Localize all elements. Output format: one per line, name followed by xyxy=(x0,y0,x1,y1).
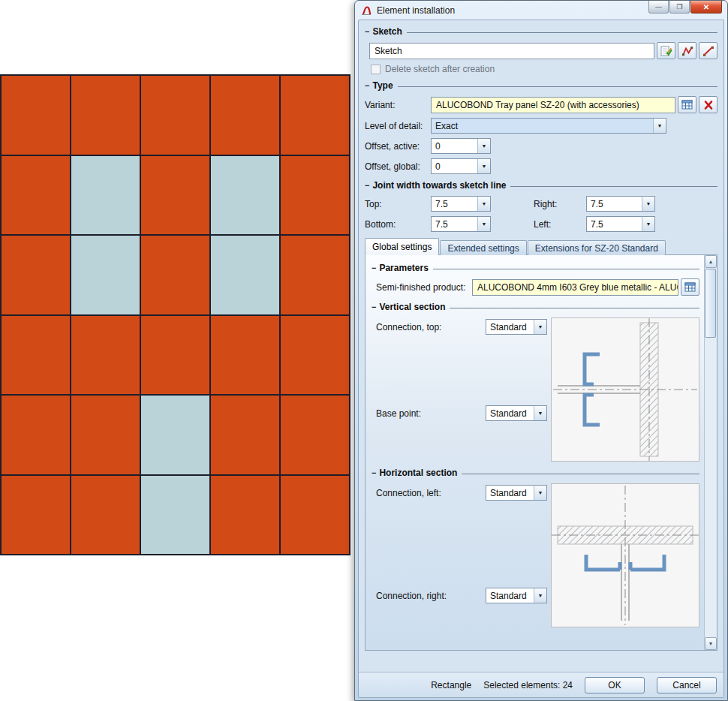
chevron-down-icon: ▼ xyxy=(477,217,490,231)
facade-panel-selected[interactable] xyxy=(281,236,349,314)
collapse-icon[interactable]: − xyxy=(365,28,369,35)
collapse-icon[interactable]: − xyxy=(365,82,369,89)
joint-bottom-combo[interactable]: 7.5 ▼ xyxy=(431,216,491,232)
connection-left-combo[interactable]: Standard ▼ xyxy=(486,485,547,501)
connection-top-label: Connection, top: xyxy=(376,322,486,332)
connection-left-label: Connection, left: xyxy=(376,488,486,498)
element-installation-dialog: Element installation — ❐ ✕ − Sketch Sket… xyxy=(354,0,728,701)
facade-panel-selected[interactable] xyxy=(71,396,140,474)
facade-panel-selected[interactable] xyxy=(281,476,349,555)
facade-panel-selected[interactable] xyxy=(211,316,279,395)
polyline-icon xyxy=(681,45,693,57)
scroll-up-icon[interactable]: ▲ xyxy=(705,255,717,268)
sketch-name-input[interactable]: Sketch xyxy=(369,43,654,59)
table-icon xyxy=(681,100,693,110)
offset-active-combo[interactable]: 0 ▼ xyxy=(431,138,491,154)
tab-extended-settings[interactable]: Extended settings xyxy=(440,240,526,255)
chevron-down-icon: ▼ xyxy=(477,197,490,211)
product-browse-button[interactable] xyxy=(681,278,699,296)
base-point-combo[interactable]: Standard ▼ xyxy=(486,405,547,421)
facade-panel-selected[interactable] xyxy=(281,396,349,474)
level-of-detail-combo[interactable]: Exact ▼ xyxy=(431,118,666,134)
joint-left-combo[interactable]: 7.5 ▼ xyxy=(586,216,655,232)
vertical-scrollbar[interactable]: ▲ ▼ xyxy=(704,255,717,650)
semi-finished-product-field[interactable]: ALUCOBOND 4mm I603 Grey blue metallic - … xyxy=(472,279,678,296)
tab-global-settings[interactable]: Global settings xyxy=(365,238,439,255)
facade-panel-selected[interactable] xyxy=(71,76,140,155)
minimize-button[interactable]: — xyxy=(648,1,669,14)
dialog-content: − Sketch Sketch xyxy=(359,20,723,672)
facade-panel-selected[interactable] xyxy=(211,76,279,155)
offset-global-combo[interactable]: 0 ▼ xyxy=(431,158,491,174)
scrollbar-track[interactable] xyxy=(705,268,717,637)
collapse-icon[interactable]: − xyxy=(372,264,376,272)
chevron-down-icon: ▼ xyxy=(534,588,546,603)
ok-button[interactable]: OK xyxy=(585,677,645,693)
facade-panel-unselected[interactable] xyxy=(71,156,140,235)
type-group: − Type Variant: ALUCOBOND Tray panel SZ-… xyxy=(365,80,717,174)
facade-panel-selected[interactable] xyxy=(2,476,70,555)
scrollbar-thumb[interactable] xyxy=(705,269,716,338)
facade-panel-selected[interactable] xyxy=(141,76,209,155)
facade-panel-selected[interactable] xyxy=(71,476,140,555)
draw-polyline-button[interactable] xyxy=(678,42,696,59)
chevron-down-icon: ▼ xyxy=(642,197,654,211)
facade-panel-selected[interactable] xyxy=(281,76,349,155)
facade-panel-unselected[interactable] xyxy=(71,236,140,314)
line-icon xyxy=(702,45,714,57)
dialog-footer: Rectangle Selected elements: 24 OK Cance… xyxy=(359,672,723,697)
variant-browse-button[interactable] xyxy=(678,96,696,113)
collapse-icon[interactable]: − xyxy=(372,303,376,311)
titlebar[interactable]: Element installation — ❐ ✕ xyxy=(358,1,724,20)
panel-grid xyxy=(0,74,350,555)
facade-panel-selected[interactable] xyxy=(2,76,70,155)
chevron-down-icon: ▼ xyxy=(534,486,546,500)
connection-right-combo[interactable]: Standard ▼ xyxy=(486,588,547,603)
base-point-label: Base point: xyxy=(376,408,486,419)
joint-left-label: Left: xyxy=(534,219,586,230)
horizontal-section-preview xyxy=(551,483,699,627)
facade-panel-selected[interactable] xyxy=(71,316,140,395)
facade-panel-selected[interactable] xyxy=(281,316,349,395)
variant-field[interactable]: ALUCOBOND Tray panel SZ-20 (with accesso… xyxy=(431,97,675,113)
facade-panel-selected[interactable] xyxy=(211,396,279,474)
selected-elements-status: Selected elements: 24 xyxy=(483,680,573,690)
joint-width-group: − Joint width towards sketch line Top: 7… xyxy=(365,180,717,232)
connection-top-combo[interactable]: Standard ▼ xyxy=(486,319,547,335)
group-rule xyxy=(407,32,717,33)
facade-panel-unselected[interactable] xyxy=(141,396,209,474)
facade-panel-unselected[interactable] xyxy=(211,156,279,235)
facade-panel-unselected[interactable] xyxy=(141,476,209,555)
close-button[interactable]: ✕ xyxy=(690,1,722,14)
table-icon xyxy=(684,282,696,293)
sketch-group-legend: Sketch xyxy=(372,26,402,37)
maximize-button[interactable]: ❐ xyxy=(669,1,690,14)
joint-right-combo[interactable]: 7.5 ▼ xyxy=(586,196,655,212)
parameters-legend: Parameters xyxy=(379,263,428,273)
collapse-icon[interactable]: − xyxy=(365,182,369,189)
variant-delete-button[interactable] xyxy=(699,96,717,113)
facade-panel-selected[interactable] xyxy=(2,156,70,235)
facade-panel-selected[interactable] xyxy=(281,156,349,235)
facade-panel-selected[interactable] xyxy=(141,316,209,395)
sketch-edit-icon xyxy=(660,45,672,57)
delete-sketch-checkbox[interactable] xyxy=(371,65,381,74)
collapse-icon[interactable]: − xyxy=(372,469,376,477)
offset-active-label: Offset, active: xyxy=(365,141,431,152)
facade-panel-selected[interactable] xyxy=(211,476,279,555)
facade-panel-selected[interactable] xyxy=(141,236,209,314)
facade-panel-selected[interactable] xyxy=(141,156,209,235)
vertical-section-group: − Vertical section Connection, top: Stan… xyxy=(372,302,699,462)
edit-sketch-button[interactable] xyxy=(657,42,675,59)
cancel-button[interactable]: Cancel xyxy=(657,677,717,693)
facade-panel-selected[interactable] xyxy=(2,316,70,395)
facade-panel-selected[interactable] xyxy=(2,236,70,314)
facade-panel-selected[interactable] xyxy=(2,396,70,474)
joint-top-label: Top: xyxy=(365,199,431,209)
group-rule xyxy=(450,308,699,308)
facade-panel-unselected[interactable] xyxy=(211,236,279,314)
joint-top-combo[interactable]: 7.5 ▼ xyxy=(431,196,491,212)
draw-line-button[interactable] xyxy=(699,42,717,59)
scroll-down-icon[interactable]: ▼ xyxy=(705,637,717,650)
tab-extensions-sz20[interactable]: Extensions for SZ-20 Standard xyxy=(528,240,666,255)
